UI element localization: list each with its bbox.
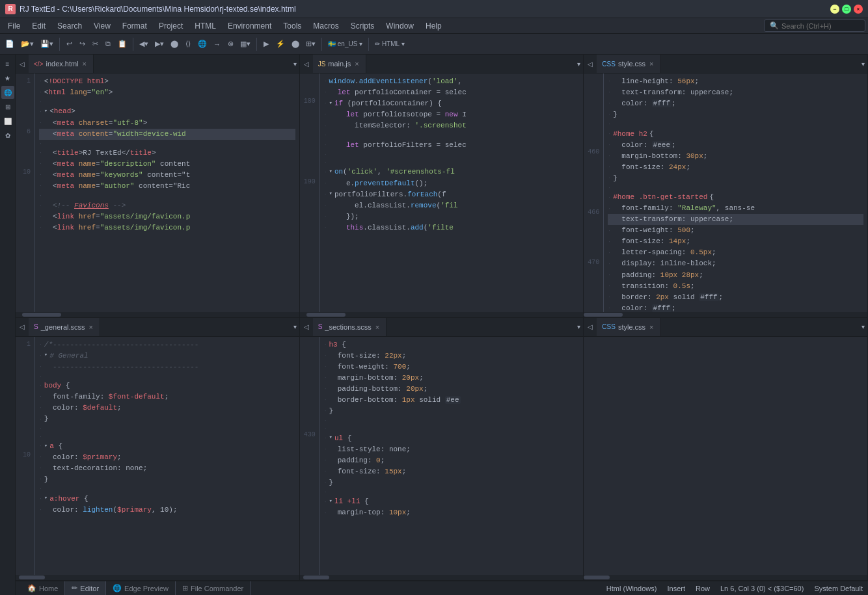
tb-layout[interactable]: ⊞▾ (303, 38, 318, 49)
code-scroll-general[interactable]: 1 10 (16, 337, 299, 575)
tb-forward[interactable]: ▶▾ (152, 38, 167, 49)
status-tab-editor[interactable]: ✏ Editor (65, 581, 106, 596)
line-numbers-sections: 430 (300, 337, 320, 575)
status-tab-home[interactable]: 🏠 Home (21, 581, 65, 596)
menu-tools[interactable]: Tools (278, 20, 306, 32)
tab-scroll-left-style2[interactable]: ◁ (584, 323, 597, 330)
scrollbar-h-style[interactable] (584, 312, 867, 317)
menu-macros[interactable]: Macros (308, 20, 344, 32)
menu-scripts[interactable]: Scripts (346, 20, 380, 32)
tab-general-scss[interactable]: S _general.scss × (29, 318, 100, 336)
toolbar-separator-2 (133, 38, 133, 51)
code-scroll-index[interactable]: 1 6 10 (16, 73, 299, 312)
scrollbar-h-index[interactable] (16, 312, 299, 317)
scrollbar-h-main[interactable] (300, 312, 584, 317)
tb-save[interactable]: 💾▾ (38, 38, 56, 49)
minimize-button[interactable]: − (830, 5, 839, 14)
scss-icon-sections: S (318, 323, 323, 330)
menu-file[interactable]: File (3, 20, 25, 32)
tab-close-index[interactable]: × (81, 60, 88, 68)
code-line: · <link href="assets/img/favicon.p (39, 222, 295, 233)
code-scroll-sections[interactable]: 430 · h3 { (300, 337, 584, 575)
close-button[interactable]: × (854, 5, 863, 14)
tb-lang[interactable]: 🇸🇪 en_US ▾ (325, 39, 365, 49)
scrollbar-h-sections[interactable] (300, 575, 584, 580)
tb-tag[interactable]: ⟨⟩ (182, 38, 194, 49)
menu-environment[interactable]: Environment (223, 20, 277, 32)
tab-close-general[interactable]: × (88, 323, 94, 331)
tb-copy[interactable]: ⧉ (102, 38, 114, 49)
pane-general-scss: ◁ S _general.scss × ▾ 1 (16, 318, 300, 581)
dot: · (39, 485, 42, 493)
tb-browser[interactable]: ▶ (260, 38, 272, 49)
menu-view[interactable]: View (88, 20, 116, 32)
code-line: · <meta name="description" content (39, 159, 295, 170)
code-scroll-style2[interactable] (584, 337, 867, 575)
status-tab-edge[interactable]: 🌐 Edge Preview (106, 581, 176, 596)
tb-undo[interactable]: ↩ (63, 38, 75, 49)
tb-new[interactable]: 📄 (3, 38, 17, 49)
tab-scroll-left-general[interactable]: ◁ (16, 323, 29, 330)
tab-arrow-main[interactable]: ▾ (575, 60, 583, 68)
tb-rec[interactable]: ⊗ (224, 38, 236, 49)
search-input[interactable] (781, 22, 860, 30)
tab-style-css2[interactable]: CSS style.css × (597, 318, 660, 336)
tab-sections-scss[interactable]: S _sections.scss × (313, 318, 387, 336)
sidebar-icon-grid[interactable]: ⊞ (1, 100, 14, 113)
menu-project[interactable]: Project (154, 20, 188, 32)
sidebar-icon-files[interactable]: ≡ (1, 57, 14, 70)
code-line: · } (608, 109, 863, 120)
tab-arrow-index[interactable]: ▾ (291, 60, 299, 68)
menu-window[interactable]: Window (381, 20, 419, 32)
tab-arrow-general[interactable]: ▾ (291, 323, 299, 330)
tab-scroll-left[interactable]: ◁ (16, 60, 29, 68)
sidebar-icon-earth[interactable]: 🌐 (1, 86, 14, 99)
sidebar-icon-box[interactable]: ⬜ (1, 114, 14, 127)
tab-main-js[interactable]: JS main.js × (313, 55, 366, 73)
dot: · (324, 191, 327, 198)
tab-arrow-style[interactable]: ▾ (859, 60, 867, 68)
menu-edit[interactable]: Edit (27, 20, 51, 32)
menu-html[interactable]: HTML (189, 20, 221, 32)
menu-search[interactable]: Search (52, 20, 87, 32)
tb-globe[interactable]: 🌐 (195, 38, 210, 49)
tb-dev[interactable]: ⚡ (273, 38, 288, 49)
tb-back[interactable]: ◀▾ (137, 38, 151, 49)
tab-scroll-left-style[interactable]: ◁ (584, 60, 597, 68)
tab-close-style[interactable]: × (648, 60, 655, 68)
code-scroll-style[interactable]: 460 466 470 (584, 73, 867, 312)
tab-style-css[interactable]: CSS style.css × (597, 55, 660, 73)
tb-find[interactable]: ⬤ (168, 38, 181, 49)
status-tab-filecommander[interactable]: ⊞ File Commander (176, 581, 251, 596)
arrow: ▾ (329, 168, 332, 177)
tab-close-sections[interactable]: × (374, 323, 381, 331)
toolbar-separator-5 (368, 38, 369, 51)
tb-open[interactable]: 📂▾ (18, 38, 36, 49)
tb-cut[interactable]: ✂ (89, 38, 101, 49)
tab-arrow-style2[interactable]: ▾ (859, 323, 867, 330)
sidebar-icon-star[interactable]: ★ (1, 72, 14, 85)
tab-scroll-left-main[interactable]: ◁ (300, 60, 313, 68)
tb-rec2[interactable]: ⬤ (289, 38, 302, 49)
tb-html-mode[interactable]: ✏ HTML ▾ (372, 39, 407, 49)
search-box[interactable]: 🔍 (764, 20, 865, 32)
code-line: · <title>RJ TextEd</title> (39, 148, 295, 159)
tab-close-main[interactable]: × (353, 60, 360, 68)
tb-paste[interactable]: 📋 (115, 38, 129, 49)
tab-close-style2[interactable]: × (648, 323, 655, 331)
sidebar-icon-flower[interactable]: ✿ (1, 129, 14, 142)
tab-index-html[interactable]: </> index.html × (29, 55, 94, 73)
tb-redo[interactable]: ↪ (76, 38, 88, 49)
code-line: · <!DOCTYPE html> (39, 76, 295, 87)
tb-col[interactable]: ▦▾ (237, 38, 253, 49)
menu-format[interactable]: Format (117, 20, 152, 32)
tb-arrow-r[interactable]: → (211, 39, 223, 49)
tab-arrow-sections[interactable]: ▾ (575, 323, 583, 330)
maximize-button[interactable]: □ (842, 5, 851, 14)
code-scroll-main[interactable]: 180 190 (300, 73, 584, 312)
scrollbar-h-style2[interactable] (584, 575, 867, 580)
tab-scroll-left-sections[interactable]: ◁ (300, 323, 313, 330)
scrollbar-h-general[interactable] (16, 575, 299, 580)
menu-help[interactable]: Help (420, 20, 447, 32)
dot: · (608, 216, 611, 224)
